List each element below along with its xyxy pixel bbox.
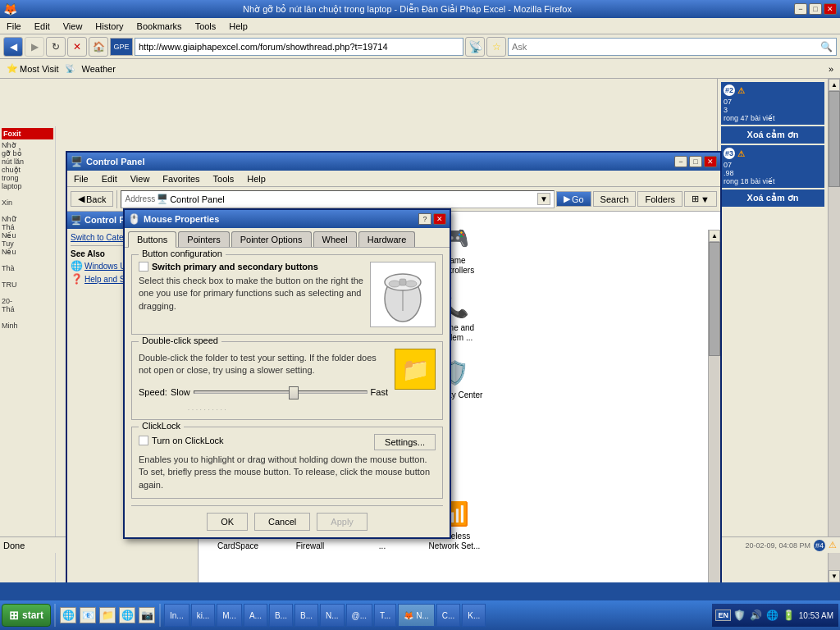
quicklaunch-5[interactable]: 📷 — [139, 607, 155, 623]
mouse-cancel-button[interactable]: Cancel — [254, 513, 310, 531]
address-dropdown[interactable]: ▼ — [537, 193, 550, 205]
taskbar-btn-n[interactable]: N... — [320, 604, 345, 627]
cp-go-button[interactable]: ▶ Go — [556, 191, 591, 207]
taskbar-btn-n2[interactable]: 🦊 N... — [398, 604, 434, 627]
search-input[interactable] — [512, 42, 820, 52]
ff-menu-file[interactable]: File — [3, 21, 25, 32]
taskbar-btn-k[interactable]: K... — [462, 604, 486, 627]
cp-scroll-thumb[interactable] — [709, 242, 720, 356]
cp-folders-button[interactable]: Folders — [637, 191, 682, 207]
bookmark-weather[interactable]: Weather — [78, 63, 118, 75]
taskbar-btn-m[interactable]: M... — [217, 604, 242, 627]
cp-menu-edit[interactable]: Edit — [98, 173, 121, 185]
firefox-minimize-button[interactable]: − — [794, 3, 807, 15]
taskbar-btn-c[interactable]: C... — [436, 604, 461, 627]
tray-icon-sound[interactable]: 🔊 — [750, 609, 763, 622]
ff-menu-bookmarks[interactable]: Bookmarks — [134, 21, 185, 32]
speed-slider-thumb[interactable] — [289, 386, 299, 399]
cp-menu-favorites[interactable]: Favorites — [159, 173, 203, 185]
clicklock-settings-button[interactable]: Settings... — [374, 434, 436, 450]
ff-menu-tools[interactable]: Tools — [192, 21, 220, 32]
stop-button[interactable]: ✕ — [67, 37, 87, 57]
mouse-help-button[interactable]: ? — [418, 213, 431, 225]
rss-button[interactable]: 📡 — [465, 37, 485, 57]
bookmark-most-visit[interactable]: ⭐ Most Visit — [3, 62, 62, 75]
mouse-window-buttons: ? ✕ — [418, 213, 446, 225]
taskbar-btn-b2[interactable]: B... — [294, 604, 318, 627]
home-button[interactable]: 🏠 — [89, 37, 108, 57]
mouse-tab-pointers[interactable]: Pointers — [178, 231, 229, 247]
right-scroll-thumb[interactable] — [829, 91, 840, 187]
slider-dots: · · · · · · · · · · — [139, 407, 388, 413]
right-scroll-down[interactable]: ▼ — [829, 570, 840, 582]
taskbar-btn-at[interactable]: @... — [346, 604, 373, 627]
bookmark-more[interactable]: » — [825, 63, 837, 75]
cp-menu-file[interactable]: File — [71, 173, 92, 185]
address-icon: 🖥️ — [157, 194, 168, 204]
firefox-close-button[interactable]: ✕ — [824, 3, 837, 15]
star-button[interactable]: ☆ — [486, 37, 506, 57]
gpe-button[interactable]: GPE — [110, 38, 133, 56]
taskbar-btn-in[interactable]: In... — [164, 604, 189, 627]
cp-back-button[interactable]: ◀ Back — [71, 191, 113, 207]
blog-left: Foxit Nhờgỡ bỏnút lănchuộttronglaptopXin… — [0, 126, 56, 582]
news-item-2-num: #2 — [724, 84, 735, 96]
start-button[interactable]: ⊞ start — [2, 604, 51, 627]
tray-icon-network[interactable]: 🌐 — [766, 609, 779, 622]
mouse-close-button[interactable]: ✕ — [433, 213, 446, 225]
ff-menu-view[interactable]: View — [60, 21, 86, 32]
taskbar-btn-ki[interactable]: ki... — [191, 604, 216, 627]
cp-menu-help[interactable]: Help — [244, 173, 269, 185]
quicklaunch-3[interactable]: 📁 — [99, 607, 116, 623]
cp-minimize-button[interactable]: − — [674, 156, 687, 167]
clicklock-description: Enables you to highlight or drag without… — [139, 454, 436, 491]
folder-test-icon[interactable]: 📁 — [395, 349, 436, 390]
cp-menu-view[interactable]: View — [127, 173, 153, 185]
tray-icon-virus[interactable]: 🛡️ — [733, 609, 746, 622]
switch-buttons-row: Switch primary and secondary buttons — [139, 262, 363, 272]
warning-icon-2: ⚠ — [737, 86, 745, 95]
mouse-tab-wheel[interactable]: Wheel — [313, 231, 357, 247]
tray-icon-battery[interactable]: 🔋 — [783, 609, 796, 622]
mouse-ok-button[interactable]: OK — [207, 513, 248, 531]
help-icon: ❓ — [71, 273, 83, 285]
quicklaunch-ie[interactable]: 🌐 — [60, 607, 76, 623]
mouse-apply-button[interactable]: Apply — [317, 513, 368, 531]
cp-views-button[interactable]: ⊞▼ — [684, 191, 717, 207]
cp-menu-tools[interactable]: Tools — [210, 173, 238, 185]
taskbar-btn-b[interactable]: B... — [269, 604, 293, 627]
ff-menu-edit[interactable]: Edit — [31, 21, 53, 32]
quicklaunch-email[interactable]: 📧 — [80, 607, 96, 623]
cp-scroll-up-button[interactable]: ▲ — [709, 230, 720, 242]
cp-scroll-track — [709, 242, 720, 582]
cp-window-buttons: − □ ✕ — [674, 156, 717, 167]
right-scroll-up[interactable]: ▲ — [829, 79, 840, 91]
quicklaunch-4[interactable]: 🌐 — [119, 607, 135, 623]
cp-search-button[interactable]: Search — [593, 191, 637, 207]
ff-menu-help[interactable]: Help — [226, 21, 251, 32]
news-item-3[interactable]: #3 ⚠ 07.98rong 18 bài viết — [721, 145, 824, 188]
firefox-maximize-button[interactable]: □ — [809, 3, 822, 15]
taskbar-btn-a[interactable]: A... — [244, 604, 267, 627]
refresh-button[interactable]: ↻ — [46, 37, 66, 57]
firefox-bookmarks: ⭐ Most Visit 📡 Weather » — [0, 59, 840, 79]
news-item-2[interactable]: #2 ⚠ 073rong 47 bài viết — [721, 82, 824, 125]
url-bar[interactable] — [135, 38, 463, 56]
mouse-tab-pointer-options[interactable]: Pointer Options — [231, 231, 312, 247]
ff-menu-history[interactable]: History — [92, 21, 126, 32]
forward-button[interactable]: ▶ — [25, 37, 44, 57]
cp-maximize-button[interactable]: □ — [689, 156, 702, 167]
clicklock-checkbox[interactable] — [139, 436, 148, 445]
taskbar-btn-t[interactable]: T... — [374, 604, 396, 627]
mouse-tab-buttons[interactable]: Buttons — [128, 231, 176, 248]
toolbar-separator — [116, 190, 117, 208]
mouse-tab-hardware[interactable]: Hardware — [358, 231, 416, 247]
tray-icon-lang[interactable]: EN — [717, 609, 730, 622]
cp-scrollbar[interactable]: ▲ ▼ — [708, 230, 720, 582]
back-button[interactable]: ◀ — [3, 37, 23, 57]
xoa-cam-button[interactable]: Xoá cảm ơn — [721, 126, 824, 144]
switch-buttons-checkbox[interactable] — [139, 262, 148, 272]
xoa-cam-button-2[interactable]: Xoá cảm ơn — [721, 189, 824, 207]
right-scrollbar[interactable]: ▲ ▼ — [828, 79, 840, 582]
cp-close-button[interactable]: ✕ — [704, 156, 717, 167]
